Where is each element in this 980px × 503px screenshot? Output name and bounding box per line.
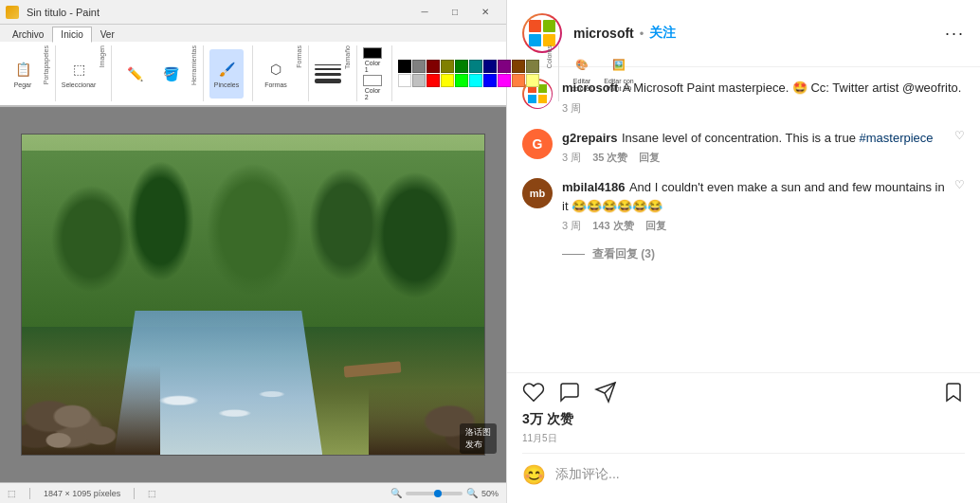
formas-label: Formas [264,81,287,89]
seleccionar-label: Seleccionar [62,81,97,89]
paint-title: Sin titulo - Paint [27,7,406,18]
g2repairs-reply-button[interactable]: 回复 [639,151,660,165]
g2repairs-avatar[interactable]: G [522,129,553,159]
tab-archivo[interactable]: Archivo [4,27,52,42]
mbilal-likes: 143 次赞 [592,219,633,233]
toolbar-group-pinceles: 🖌️ Pinceles [209,45,253,101]
pinceles-button[interactable]: 🖌️ Pinceles [209,49,244,99]
maximize-button[interactable]: □ [440,2,470,23]
zoom-thumb [434,490,442,497]
g2repairs-text: Insane level of concentration. This is a… [622,131,934,145]
color1-selector[interactable]: Color1 [363,47,382,73]
ig-username[interactable]: microsoft [573,26,634,41]
color-palette-top [398,60,539,87]
swatch-19[interactable] [526,74,539,87]
swatch-7[interactable] [498,60,511,73]
g2repairs-hashtag[interactable]: #masterpiece [860,131,934,145]
canvas-icon: ⬚ [8,489,16,498]
seleccionar-icon: ⬚ [68,59,89,80]
mbilal-like-icon[interactable]: ♡ [954,178,965,191]
brush-size-1[interactable] [315,64,341,65]
swatch-5[interactable] [469,60,482,73]
status-sep-2 [134,488,135,499]
color1-box [363,47,382,59]
swatch-10[interactable] [398,74,411,87]
canvas-icon-symbol: ⬚ [8,489,16,498]
swatch-2[interactable] [426,60,440,73]
swatch-6[interactable] [483,60,497,73]
swatch-0[interactable] [398,60,411,73]
ig-comments-section: microsoft A Microsoft Paint masterpiece.… [507,67,980,372]
brush-size-2[interactable] [315,68,341,70]
lapiz-button[interactable]: ✏️ [118,49,152,99]
zoom-slider[interactable] [406,492,463,495]
paint-title-text: Sin titulo - Paint [27,7,100,18]
toolbar-group-herramientas: ✏️ 🪣 Herramientas [118,45,204,101]
formas-icon: ⬡ [265,59,286,80]
g2repairs-meta: 3 周 35 次赞 回复 [562,151,945,165]
ig-follow-dot: • [640,27,644,41]
caption-meta: 3 周 [562,101,965,116]
minimize-button[interactable]: ─ [409,2,440,23]
toolbar-group-color-selectors: Color1 Color2 [363,45,392,101]
share-button[interactable] [594,381,617,404]
bote-button[interactable]: 🪣 [154,49,188,99]
emoji-button[interactable]: 😊 [522,463,546,486]
pegar-button[interactable]: 📋 Pegar [6,49,40,99]
swatch-8[interactable] [512,60,525,73]
swatch-12[interactable] [426,74,440,87]
comment-mbilal: mb mbilal4186 And I couldn't even make a… [522,178,965,233]
color2-selector[interactable]: Color2 [363,75,382,100]
zoom-out-btn[interactable]: 🔍 [390,488,402,498]
swatch-13[interactable] [441,74,454,87]
pinceles-label: Pinceles [214,81,239,89]
mbilal-reply-button[interactable]: 回复 [645,219,666,233]
swatch-11[interactable] [412,74,426,87]
add-comment-input[interactable]: 添加评论... [555,466,965,483]
formas-button[interactable]: ⬡ Formas [259,49,293,99]
mbilal-username[interactable]: mbilal4186 [562,180,626,194]
titlebar-icons [6,6,19,19]
ig-post-date: 11月5日 [522,432,965,445]
swatch-4[interactable] [455,60,468,73]
close-button[interactable]: ✕ [470,2,500,23]
swatch-9[interactable] [526,60,539,73]
comment-button[interactable] [558,381,581,404]
swatch-1[interactable] [412,60,426,73]
titlebar-controls: ─ □ ✕ [409,2,500,23]
tab-inicio[interactable]: Inicio [52,27,91,43]
paint3d-button[interactable]: 🖼️ Editar conPaint 3D [602,49,636,99]
tab-ver[interactable]: Ver [92,27,123,42]
paint-app-icon [6,6,19,19]
swatch-15[interactable] [469,74,482,87]
like-button[interactable] [522,381,545,404]
g2repairs-likes: 35 次赞 [592,151,627,165]
caption-text: A Microsoft Paint masterpiece. 🤩 Cc: Twi… [623,81,962,95]
color-selectors: Color1 Color2 [363,47,382,100]
swatch-18[interactable] [512,74,525,87]
brush-size-3[interactable] [315,73,341,76]
ms-logo-green [543,20,555,32]
color2-label: Color2 [365,87,381,100]
dimensions-text: 1847 × 1095 píxeles [44,489,120,498]
seleccionar-button[interactable]: ⬚ Seleccionar [62,49,96,99]
brush-size-4[interactable] [315,79,341,83]
view-replies-button[interactable]: 查看回复 (3) [522,246,965,262]
g2repairs-like-icon[interactable]: ♡ [954,129,965,142]
color2-box [363,75,382,86]
microsoft-logo [529,20,555,46]
swatch-17[interactable] [498,74,511,87]
editar-colores-button[interactable]: 🎨 Editarcolores [565,49,599,99]
swatch-3[interactable] [441,60,454,73]
ms-logo-red [529,20,541,32]
swatch-14[interactable] [455,74,468,87]
pegar-label: Pegar [14,81,32,89]
ig-more-button[interactable]: ··· [945,24,965,44]
mbilal-avatar[interactable]: mb [522,178,553,208]
bookmark-button[interactable] [942,381,965,404]
canvas-image[interactable] [21,134,485,456]
zoom-in-btn[interactable]: 🔍 [466,488,478,498]
swatch-16[interactable] [483,74,497,87]
g2repairs-username[interactable]: g2repairs [562,131,618,145]
ig-follow-button[interactable]: 关注 [649,25,676,42]
